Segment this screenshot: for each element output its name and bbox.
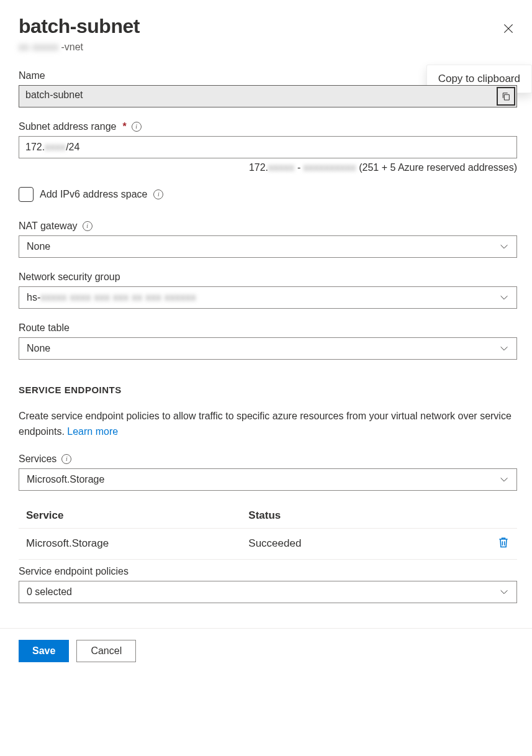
close-icon (502, 22, 515, 35)
title-area: batch-subnet xx xxxxx -vnet (19, 15, 140, 53)
chevron-down-icon (499, 344, 509, 353)
col-service-header: Service (26, 509, 248, 522)
cancel-button[interactable]: Cancel (76, 640, 136, 662)
nsg-value-wrap: hs- xxxxx xxxx xxx xxx xx xxx xxxxxx (27, 292, 196, 303)
nat-gateway-select[interactable]: None (19, 235, 517, 258)
field-services: Services i Microsoft.Storage (19, 453, 517, 491)
chevron-down-icon (499, 587, 509, 597)
field-subnet-range: Subnet address range * i 172. xxxx /24 1… (19, 121, 517, 173)
label-services-text: Services (19, 453, 56, 465)
label-se-policies: Service endpoint policies (19, 566, 517, 577)
subnet-range-redacted: xxxx (45, 142, 66, 153)
section-title-service-endpoints: SERVICE ENDPOINTS (19, 385, 517, 395)
close-button[interactable] (500, 20, 517, 39)
field-nsg: Network security group hs- xxxxx xxxx xx… (19, 271, 517, 309)
service-endpoints-description: Create service endpoint policies to allo… (19, 409, 517, 440)
required-star: * (122, 121, 126, 132)
panel-footer: Save Cancel (0, 628, 532, 673)
label-nat-gateway: NAT gateway i (19, 221, 517, 232)
page-title: batch-subnet (19, 15, 140, 38)
services-select[interactable]: Microsoft.Storage (19, 468, 517, 491)
hint-suffix: (251 + 5 Azure reserved addresses) (356, 162, 517, 173)
subnet-range-prefix: 172. (25, 142, 45, 153)
nsg-redacted: xxxxx xxxx xxx xxx xx xxx xxxxxx (40, 292, 196, 303)
label-nsg-text: Network security group (19, 271, 120, 283)
hint-red1: xxxxx (268, 162, 295, 173)
trash-icon (497, 536, 510, 549)
name-value: batch-subnet (25, 89, 83, 100)
route-table-select[interactable]: None (19, 337, 517, 360)
services-value: Microsoft.Storage (27, 474, 104, 485)
name-input-wrap: batch-subnet (19, 85, 517, 107)
chevron-down-icon (499, 242, 509, 252)
field-route-table: Route table None (19, 322, 517, 360)
services-table: Service Status Microsoft.Storage Succeed… (19, 503, 517, 560)
learn-more-link[interactable]: Learn more (67, 426, 118, 437)
subtitle-suffix: -vnet (61, 42, 83, 53)
cell-service: Microsoft.Storage (26, 537, 248, 550)
label-name-text: Name (19, 70, 45, 81)
col-status-header: Status (248, 509, 485, 522)
se-policies-value: 0 selected (27, 586, 72, 598)
table-header: Service Status (19, 503, 517, 529)
page-subtitle: xx xxxxx -vnet (19, 42, 140, 53)
field-nat-gateway: NAT gateway i None (19, 221, 517, 258)
info-icon[interactable]: i (61, 454, 71, 464)
ipv6-row: Add IPv6 address space i (19, 187, 517, 202)
info-icon[interactable]: i (153, 189, 163, 199)
panel-header: batch-subnet xx xxxxx -vnet (19, 15, 517, 70)
nat-gateway-value: None (27, 241, 50, 252)
hint-red2: xxxxxxxxxx (304, 162, 356, 173)
label-route-table: Route table (19, 322, 517, 334)
label-nsg: Network security group (19, 271, 517, 283)
cell-action (485, 536, 510, 552)
cell-status: Succeeded (248, 537, 485, 550)
label-route-text: Route table (19, 322, 70, 334)
nsg-prefix: hs- (27, 292, 40, 303)
chevron-down-icon (499, 293, 509, 303)
field-ipv6: Add IPv6 address space i (19, 187, 517, 202)
ipv6-checkbox[interactable] (19, 187, 34, 202)
name-input: batch-subnet (19, 85, 517, 107)
subnet-range-hint: 172.xxxxx - xxxxxxxxxx (251 + 5 Azure re… (19, 162, 517, 173)
info-icon[interactable]: i (83, 221, 92, 231)
svg-rect-2 (504, 94, 509, 100)
subnet-range-suffix: /24 (66, 142, 79, 153)
info-icon[interactable]: i (132, 122, 142, 132)
copy-name-button[interactable] (497, 87, 515, 106)
label-services: Services i (19, 453, 517, 465)
field-se-policies: Service endpoint policies 0 selected (19, 566, 517, 603)
save-button[interactable]: Save (19, 640, 69, 662)
table-row: Microsoft.Storage Succeeded (19, 529, 517, 560)
label-subnet-range: Subnet address range * i (19, 121, 517, 132)
se-policies-select[interactable]: 0 selected (19, 581, 517, 603)
subnet-range-input[interactable]: 172. xxxx /24 (19, 136, 517, 158)
nsg-select[interactable]: hs- xxxxx xxxx xxx xxx xx xxx xxxxxx (19, 286, 517, 309)
ipv6-label: Add IPv6 address space (40, 189, 147, 200)
label-nat-text: NAT gateway (19, 221, 78, 232)
chevron-down-icon (499, 475, 509, 485)
delete-row-button[interactable] (497, 539, 510, 551)
route-table-value: None (27, 343, 50, 354)
hint-prefix: 172. (249, 162, 268, 173)
copy-icon (501, 91, 511, 101)
copy-tooltip-text: Copy to clipboard (438, 73, 520, 84)
label-se-policies-text: Service endpoint policies (19, 566, 128, 577)
label-subnet-range-text: Subnet address range (19, 121, 116, 132)
subtitle-redacted: xx xxxxx (19, 42, 58, 53)
hint-sep: - (295, 162, 304, 173)
